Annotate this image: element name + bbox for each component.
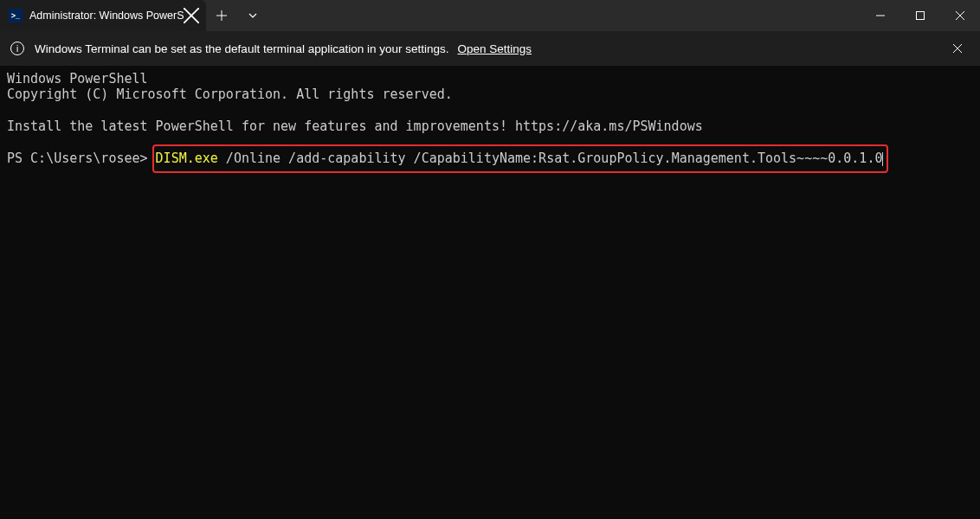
cursor bbox=[882, 152, 883, 166]
terminal-output[interactable]: Windows PowerShell Copyright (C) Microso… bbox=[0, 66, 980, 171]
tab-title: Administrator: Windows PowerS bbox=[29, 10, 184, 22]
terminal-line: Install the latest PowerShell for new fe… bbox=[7, 119, 703, 134]
command-args: /Online /add-capability /CapabilityName:… bbox=[218, 151, 883, 166]
close-button[interactable] bbox=[940, 0, 980, 31]
tab-powershell[interactable]: >_ Administrator: Windows PowerS bbox=[0, 0, 206, 31]
info-icon: i bbox=[10, 42, 24, 55]
tab-close-button[interactable] bbox=[184, 8, 199, 23]
tab-controls bbox=[206, 0, 268, 31]
tab-dropdown-button[interactable] bbox=[237, 0, 268, 31]
infobar-close-button[interactable] bbox=[945, 36, 970, 61]
maximize-button[interactable] bbox=[900, 0, 940, 31]
info-message: Windows Terminal can be set as the defau… bbox=[35, 42, 449, 55]
powershell-icon: >_ bbox=[9, 9, 23, 22]
command-exe: DISM.exe bbox=[156, 151, 218, 166]
titlebar-drag-area[interactable] bbox=[268, 0, 861, 31]
info-bar: i Windows Terminal can be set as the def… bbox=[0, 31, 980, 66]
terminal-line: Copyright (C) Microsoft Corporation. All… bbox=[7, 86, 453, 102]
prompt: PS C:\Users\rosee> bbox=[7, 151, 156, 166]
window-controls bbox=[861, 0, 980, 31]
svg-rect-5 bbox=[917, 12, 925, 20]
minimize-button[interactable] bbox=[861, 0, 900, 31]
terminal-line: Windows PowerShell bbox=[7, 71, 148, 86]
command-input[interactable]: DISM.exe /Online /add-capability /Capabi… bbox=[156, 151, 884, 166]
new-tab-button[interactable] bbox=[206, 0, 237, 31]
titlebar: >_ Administrator: Windows PowerS bbox=[0, 0, 980, 31]
open-settings-link[interactable]: Open Settings bbox=[458, 42, 532, 55]
